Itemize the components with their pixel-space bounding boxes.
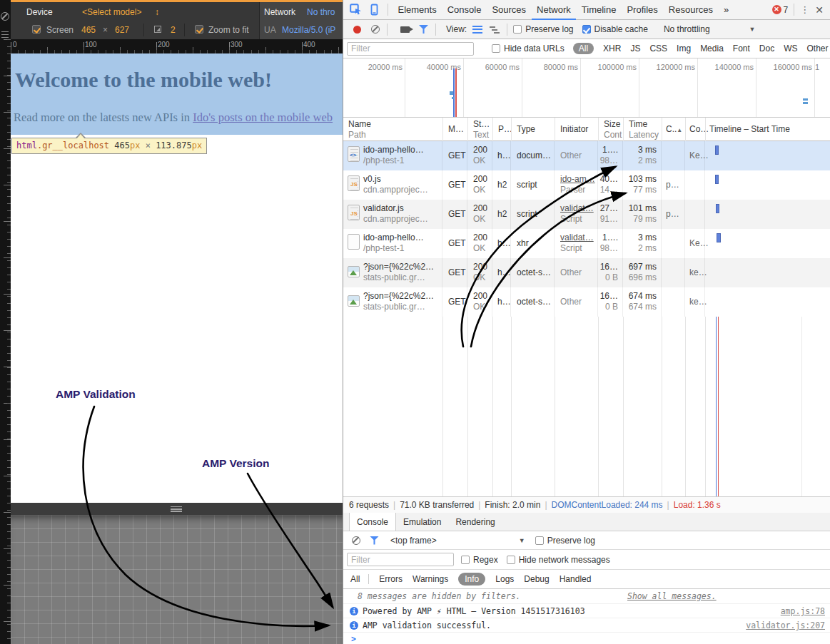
col-method[interactable]: M… <box>448 124 464 134</box>
col-time-latency: Latency <box>629 130 659 140</box>
drawer-tab-emulation[interactable]: Emulation <box>396 513 448 531</box>
panel-list-icon[interactable] <box>1 31 9 38</box>
request-row-4[interactable]: ido-amp-hello… /php-test-1 GET 200OK h… … <box>343 229 830 258</box>
tab-elements[interactable]: Elements <box>393 0 442 20</box>
hide-data-urls-checkbox[interactable] <box>492 44 500 53</box>
tab-timeline[interactable]: Timeline <box>576 0 622 20</box>
console-preserve-log-checkbox[interactable] <box>535 536 544 545</box>
clear-console-icon[interactable] <box>352 536 360 545</box>
error-badge[interactable]: ✕ 7 <box>772 5 789 15</box>
screen-height-value[interactable]: 627 <box>115 25 129 35</box>
request-path: cdn.ampprojec… <box>363 185 428 195</box>
tab-profiles[interactable]: Profiles <box>622 0 663 20</box>
level-errors[interactable]: Errors <box>379 574 403 584</box>
page-link[interactable]: Ido's posts on the mobile web <box>193 111 333 124</box>
filter-type-media[interactable]: Media <box>700 44 724 53</box>
filter-type-xhr[interactable]: XHR <box>603 44 621 53</box>
view-list-icon[interactable] <box>472 26 482 34</box>
console-filter-input[interactable] <box>347 553 454 566</box>
request-initiator-link[interactable]: ido-am… <box>560 174 595 184</box>
col-initiator[interactable]: Initiator <box>560 124 588 134</box>
zoom-to-fit-checkbox[interactable] <box>195 25 203 34</box>
console-filter-funnel-icon[interactable] <box>370 536 379 545</box>
filter-type-all[interactable]: All <box>573 43 594 54</box>
clear-icon[interactable] <box>371 25 380 34</box>
network-overview[interactable]: 20000 ms 40000 ms 60000 ms 80000 ms 1000… <box>343 58 830 118</box>
console-message-source-link[interactable]: validator.js:207 <box>746 620 825 630</box>
screen-width-value[interactable]: 465 <box>81 25 96 35</box>
show-all-messages-link[interactable]: Show all messages. <box>627 591 717 601</box>
view-waterfall-icon[interactable] <box>490 26 500 34</box>
request-row-5[interactable]: ?json={%22c%2… stats-public.gr… GET 200O… <box>343 258 830 287</box>
record-button[interactable] <box>353 26 361 34</box>
col-status[interactable]: St… <box>473 119 490 129</box>
overflow-menu-icon[interactable]: ⋮ <box>800 4 809 15</box>
request-initiator-link[interactable]: validat… <box>560 203 594 213</box>
level-logs[interactable]: Logs <box>495 574 514 584</box>
col-name[interactable]: Name <box>348 119 371 129</box>
updown-arrows-icon[interactable]: ↕ <box>155 7 159 17</box>
resize-grip-icon[interactable] <box>171 506 182 512</box>
chevron-down-icon[interactable]: ▼ <box>519 537 525 544</box>
request-row-3[interactable]: validator.js cdn.ampprojec… GET 200OK h2… <box>343 200 830 229</box>
preserve-log-checkbox[interactable] <box>513 25 522 34</box>
tab-network[interactable]: Network <box>532 0 577 20</box>
request-initiator-link[interactable]: validat… <box>560 232 594 242</box>
tab-sources[interactable]: Sources <box>487 0 532 20</box>
drawer-tab-rendering[interactable]: Rendering <box>448 513 502 531</box>
request-row-1[interactable]: ido-amp-hello… /php-test-1 GET 200OK h… … <box>343 141 830 170</box>
frame-select[interactable]: <top frame> <box>390 536 437 546</box>
screen-checkbox[interactable] <box>32 25 41 34</box>
col-time[interactable]: Time <box>629 119 647 129</box>
chevron-down-icon[interactable]: ▼ <box>749 26 756 33</box>
emulated-page: Welcome to the mobile web! Read more on … <box>11 53 343 503</box>
col-type[interactable]: Type <box>517 124 535 134</box>
screenshot-camera-icon[interactable] <box>400 26 410 33</box>
filter-type-ws[interactable]: WS <box>784 44 797 53</box>
level-all[interactable]: All <box>350 574 360 584</box>
filter-type-js[interactable]: JS <box>630 44 640 53</box>
request-method: GET <box>448 209 466 219</box>
filter-type-img[interactable]: Img <box>677 44 691 53</box>
overview-tick: 160000 ms <box>756 63 812 71</box>
disable-cache-checkbox[interactable] <box>582 25 591 34</box>
throttling-select[interactable]: No throttling <box>664 24 710 34</box>
hide-network-messages-checkbox[interactable] <box>507 556 515 564</box>
col-protocol[interactable]: P… <box>498 124 512 134</box>
ua-value[interactable]: Mozilla/5.0 (iP <box>282 25 335 35</box>
request-size: 16… <box>600 262 618 272</box>
col-timeline[interactable]: Timeline – Start Time <box>709 124 790 134</box>
select-model-dropdown[interactable]: <Select model> <box>82 7 141 17</box>
col-size[interactable]: Size <box>604 119 620 129</box>
viewport-resize-bar[interactable] <box>11 503 343 515</box>
level-warnings[interactable]: Warnings <box>413 574 448 584</box>
col-size-content: Cont <box>604 130 622 140</box>
tabs-overflow-chevron[interactable]: » <box>718 0 734 20</box>
request-cookies: ke… <box>689 297 707 307</box>
level-debug[interactable]: Debug <box>524 574 549 584</box>
throttling-dropdown[interactable]: No thro <box>307 7 335 17</box>
level-handled[interactable]: Handled <box>560 574 592 584</box>
block-icon[interactable] <box>1 12 9 21</box>
device-mode-icon[interactable] <box>368 4 380 16</box>
filter-type-css[interactable]: CSS <box>649 44 667 53</box>
inspect-element-icon[interactable] <box>350 4 362 16</box>
drawer-tab-console[interactable]: Console <box>349 513 396 531</box>
col-cookies[interactable]: Co… <box>689 124 709 134</box>
filter-type-other[interactable]: Other <box>807 44 829 53</box>
filter-type-font[interactable]: Font <box>733 44 750 53</box>
request-row-6[interactable]: ?json={%22c%2… stats-public.gr… GET 200O… <box>343 287 830 317</box>
tab-console[interactable]: Console <box>442 0 487 20</box>
level-info[interactable]: Info <box>458 573 485 586</box>
request-row-2[interactable]: v0.js cdn.ampprojec… GET 200OK h2 script… <box>343 170 830 200</box>
console-message-source-link[interactable]: amp.js:78 <box>781 606 825 616</box>
close-devtools-icon[interactable]: ✕ <box>815 4 824 16</box>
dpr-value[interactable]: 2 <box>171 25 176 35</box>
filter-funnel-icon[interactable] <box>419 25 428 34</box>
regex-checkbox[interactable] <box>461 556 470 564</box>
tab-resources[interactable]: Resources <box>663 0 718 20</box>
console-prompt-chevron[interactable]: > <box>351 634 356 644</box>
filter-type-doc[interactable]: Doc <box>759 44 774 53</box>
col-connection[interactable]: C..▲ <box>666 124 682 134</box>
network-filter-input[interactable] <box>347 42 474 56</box>
